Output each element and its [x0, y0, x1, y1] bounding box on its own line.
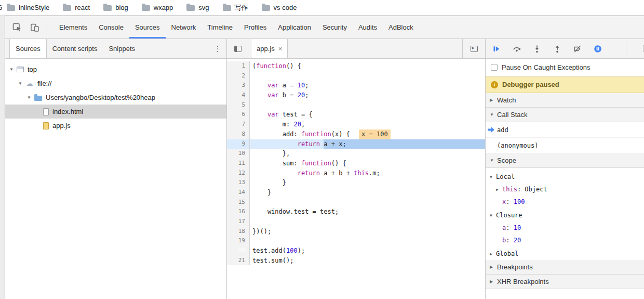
- step-out-icon[interactable]: [553, 45, 561, 53]
- line-number[interactable]: 15: [227, 198, 250, 207]
- code-text[interactable]: [250, 236, 485, 246]
- devtools-tab-adblock[interactable]: AdBlock: [383, 16, 419, 38]
- code-token: () {: [331, 159, 346, 168]
- step-over-icon[interactable]: [513, 45, 521, 53]
- code-text[interactable]: [250, 198, 485, 207]
- line-number[interactable]: 18: [227, 227, 250, 237]
- devtools-tab-sources[interactable]: Sources: [129, 16, 166, 38]
- close-icon[interactable]: ×: [278, 45, 283, 53]
- line-number[interactable]: 7: [227, 120, 250, 129]
- code-text[interactable]: [250, 100, 485, 110]
- line-number[interactable]: 17: [227, 217, 250, 227]
- devtools-tab-network[interactable]: Network: [166, 16, 202, 38]
- bookmark-folder-react[interactable]: react: [63, 4, 90, 11]
- line-number[interactable]: 14: [227, 188, 250, 198]
- section-header-breakpoints[interactable]: ▶Breakpoints: [486, 260, 644, 275]
- code-text[interactable]: test.add(100);: [250, 246, 485, 256]
- show-drawer-icon[interactable]: [462, 39, 485, 58]
- section-title: Scope: [497, 157, 516, 164]
- line-number[interactable]: 19: [227, 236, 250, 246]
- step-into-icon[interactable]: [533, 45, 541, 53]
- line-number[interactable]: 2: [227, 71, 250, 81]
- code-text[interactable]: [250, 71, 485, 81]
- line-number[interactable]: 10: [227, 149, 250, 159]
- scope-variable-this[interactable]: ▶this: Object: [486, 183, 644, 196]
- line-number[interactable]: 12: [227, 168, 250, 178]
- tree-item-top[interactable]: ▼top: [5, 62, 226, 76]
- devtools-tab-application[interactable]: Application: [272, 16, 317, 38]
- keyword-token: function: [256, 61, 286, 71]
- line-number[interactable]: 8: [227, 129, 250, 139]
- code-text[interactable]: test.sum();: [250, 256, 485, 266]
- devtools-tab-audits[interactable]: Audits: [353, 16, 383, 38]
- bookmark-folder-item[interactable]: 写作: [223, 3, 248, 12]
- scope-group-global[interactable]: ▶Global: [486, 248, 644, 260]
- code-text[interactable]: [250, 217, 485, 227]
- code-text[interactable]: return a + x;: [250, 139, 485, 149]
- tree-item-users-yangbo-desktop-test-20heap[interactable]: ▼Users/yangbo/Desktop/test%20heap: [5, 90, 226, 105]
- call-stack-frame-add[interactable]: add: [486, 122, 644, 138]
- sidebar-tab-content-scripts[interactable]: Content scripts: [47, 39, 103, 58]
- code-text[interactable]: }: [250, 188, 485, 198]
- editor-tab-appjs[interactable]: app.js ×: [251, 39, 288, 58]
- tree-item-index-html[interactable]: index.html: [5, 105, 226, 119]
- code-text[interactable]: var b = 20;: [250, 90, 485, 100]
- devtools-tab-security[interactable]: Security: [317, 16, 353, 38]
- section-header-scope[interactable]: ▼Scope: [486, 153, 644, 168]
- device-toolbar-icon[interactable]: [27, 20, 43, 35]
- code-text[interactable]: window.test = test;: [250, 207, 485, 217]
- line-number[interactable]: 16: [227, 207, 250, 217]
- devtools-tab-elements[interactable]: Elements: [53, 16, 93, 38]
- code-text[interactable]: }: [250, 178, 485, 188]
- call-stack-frame-anonymous[interactable]: (anonymous): [486, 138, 644, 153]
- code-token: test = {: [279, 110, 313, 120]
- devtools-tab-profiles[interactable]: Profiles: [238, 16, 272, 38]
- code-text[interactable]: var a = 10;: [250, 81, 485, 90]
- disclosure-collapsed-icon: ▶: [490, 252, 496, 256]
- code-text[interactable]: var test = {: [250, 110, 485, 120]
- line-number[interactable]: 6: [227, 110, 250, 120]
- line-number[interactable]: 1: [227, 61, 250, 71]
- code-text[interactable]: m: 20,: [250, 120, 485, 129]
- line-number[interactable]: 9: [227, 139, 250, 149]
- line-number[interactable]: 11: [227, 159, 250, 168]
- bookmark-folder-blog[interactable]: blog: [103, 4, 128, 11]
- sidebar-tab-snippets[interactable]: Snippets: [103, 39, 141, 58]
- section-header-call-stack[interactable]: ▼Call Stack: [486, 108, 644, 122]
- code-text[interactable]: },: [250, 149, 485, 159]
- bookmark-folder-vs-code[interactable]: vs code: [262, 4, 297, 11]
- breakpoint-marker[interactable]: 20: [227, 246, 250, 256]
- sidebar-tab-sources[interactable]: Sources: [9, 39, 47, 58]
- vertical-dots-icon[interactable]: ⋮: [213, 39, 222, 58]
- deactivate-breakpoints-icon[interactable]: [573, 45, 582, 53]
- tree-item-app-js[interactable]: app.js: [5, 119, 226, 133]
- line-number[interactable]: 5: [227, 100, 250, 110]
- pause-on-caught-checkbox[interactable]: [491, 64, 498, 71]
- code-editor[interactable]: 1(function() {23 var a = 10;4 var b = 20…: [227, 59, 485, 299]
- section-header-watch[interactable]: ▶Watch: [486, 93, 644, 108]
- bookmark-folder-inlinestyle[interactable]: inlineStyle: [7, 4, 49, 11]
- line-number[interactable]: 21: [227, 256, 250, 266]
- line-number[interactable]: 3: [227, 81, 250, 90]
- number-token: 100: [286, 246, 298, 256]
- code-text[interactable]: sum: function() {: [250, 159, 485, 168]
- pause-on-exceptions-icon[interactable]: [594, 45, 602, 53]
- line-number[interactable]: 4: [227, 90, 250, 100]
- tree-item-file[interactable]: ▼☁file://: [5, 76, 226, 90]
- code-text[interactable]: })();: [250, 227, 485, 237]
- code-text[interactable]: return a + b + this.m;: [250, 168, 485, 178]
- inspect-cursor-icon[interactable]: [9, 20, 25, 35]
- section-header-xhr-breakpoints[interactable]: ▶XHR Breakpoints: [486, 275, 644, 289]
- scope-group-closure[interactable]: ▼Closure: [486, 209, 644, 222]
- hide-navigator-icon[interactable]: [230, 41, 246, 57]
- devtools-tab-timeline[interactable]: Timeline: [202, 16, 238, 38]
- bookmark-folder-wxapp[interactable]: wxapp: [142, 4, 173, 11]
- devtools-tab-console[interactable]: Console: [93, 16, 129, 38]
- line-number[interactable]: 13: [227, 178, 250, 188]
- resume-icon[interactable]: [492, 45, 501, 53]
- bookmark-folder-svg[interactable]: svg: [186, 4, 209, 11]
- scope-group-local[interactable]: ▼Local: [486, 171, 644, 183]
- code-text[interactable]: add: function(x) { x = 100: [250, 129, 485, 139]
- bookmark-clipped-fragment[interactable]: 6: [0, 4, 4, 11]
- code-text[interactable]: (function() {: [250, 61, 485, 71]
